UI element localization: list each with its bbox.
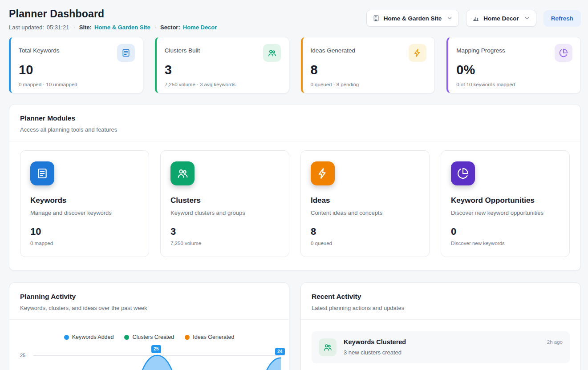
last-updated-value: 05:31:21 xyxy=(47,24,69,31)
chart-plot-area: 25 24 xyxy=(33,348,280,370)
lightning-icon xyxy=(409,44,426,62)
area-fill xyxy=(33,355,281,370)
chevron-down-icon xyxy=(446,15,453,21)
users-icon xyxy=(263,44,281,62)
page-title: Planner Dashboard xyxy=(9,8,217,20)
module-card-clusters[interactable]: Clusters Keyword clusters and groups 3 7… xyxy=(160,150,289,257)
stat-label: Ideas Generated xyxy=(311,47,356,54)
stat-value: 0% xyxy=(456,63,572,77)
chevron-down-icon xyxy=(524,15,530,21)
bottom-row: Planning Activity Keywords, clusters, an… xyxy=(9,282,581,370)
stat-value: 3 xyxy=(165,63,281,77)
legend-label: Keywords Added xyxy=(72,334,114,340)
activity-title: Keywords Clustered xyxy=(344,338,406,346)
stat-label: Mapping Progress xyxy=(456,47,505,54)
sector-selector-dropdown[interactable]: Home Decor xyxy=(466,10,536,27)
stat-card-mapping-progress: Mapping Progress 0% 0 of 10 keywords map… xyxy=(446,37,581,93)
sector-selector-value: Home Decor xyxy=(483,15,519,22)
legend-label: Ideas Generated xyxy=(193,334,234,340)
stat-card-ideas-generated: Ideas Generated 8 0 queued · 8 pending xyxy=(301,37,435,93)
header: Planner Dashboard Last updated: 05:31:21… xyxy=(9,8,581,31)
module-title: Ideas xyxy=(311,196,419,205)
legend-label: Clusters Created xyxy=(132,334,174,340)
legend-item-ideas-generated: Ideas Generated xyxy=(185,334,234,340)
legend-item-keywords-added: Keywords Added xyxy=(64,334,114,340)
module-caption: 7,250 volume xyxy=(170,241,279,246)
module-value: 10 xyxy=(30,226,139,237)
module-title: Keywords xyxy=(30,196,139,205)
legend-item-clusters-created: Clusters Created xyxy=(124,334,174,340)
planner-dashboard: Planner Dashboard Last updated: 05:31:21… xyxy=(0,0,588,370)
site-selector-dropdown[interactable]: Home & Garden Site xyxy=(366,10,459,27)
stat-value: 8 xyxy=(311,63,427,77)
pie-chart-icon xyxy=(451,161,475,185)
module-description: Content ideas and concepts xyxy=(311,209,419,216)
separator-dot: · xyxy=(154,24,156,31)
site-label: Site: xyxy=(79,24,92,31)
bar-chart-icon xyxy=(472,15,479,22)
stat-caption: 7,250 volume · 3 avg keywords xyxy=(165,82,281,87)
module-card-ideas[interactable]: Ideas Content ideas and concepts 8 0 que… xyxy=(300,150,430,257)
site-link[interactable]: Home & Garden Site xyxy=(94,24,150,31)
activity-item-keywords-clustered: Keywords Clustered 3 new clusters create… xyxy=(312,331,570,363)
meta-row: Last updated: 05:31:21 · Site: Home & Ga… xyxy=(9,24,217,31)
module-value: 3 xyxy=(170,226,279,237)
stats-row: Total Keywords 10 0 mapped · 10 unmapped… xyxy=(9,37,581,93)
point-label-badge: 25 xyxy=(151,345,161,353)
module-value: 8 xyxy=(311,226,419,237)
modules-title: Planner Modules xyxy=(20,114,570,122)
stat-caption: 0 mapped · 10 unmapped xyxy=(19,82,135,87)
lightning-icon xyxy=(311,161,335,185)
chart-legend: Keywords Added Clusters Created Ideas Ge… xyxy=(18,334,280,340)
header-left: Planner Dashboard Last updated: 05:31:21… xyxy=(9,8,217,31)
stat-value: 10 xyxy=(19,63,135,77)
sector-link[interactable]: Home Decor xyxy=(183,24,217,31)
recent-activity-title: Recent Activity xyxy=(312,293,570,301)
legend-dot-blue xyxy=(64,335,69,340)
refresh-button[interactable]: Refresh xyxy=(543,10,581,27)
header-controls: Home & Garden Site Home Decor Refresh xyxy=(366,10,581,27)
module-description: Keyword clusters and groups xyxy=(170,209,279,216)
separator-dot: · xyxy=(73,24,75,31)
module-title: Keyword Opportunities xyxy=(451,196,560,205)
last-updated-label: Last updated: xyxy=(9,24,44,31)
stat-caption: 0 queued · 8 pending xyxy=(311,82,427,87)
building-icon xyxy=(373,15,380,22)
stat-caption: 0 of 10 keywords mapped xyxy=(456,82,572,87)
planning-activity-title: Planning Activity xyxy=(20,293,278,301)
module-value: 0 xyxy=(451,226,560,237)
sector-label: Sector: xyxy=(160,24,180,31)
users-icon xyxy=(170,161,195,185)
planning-activity-panel: Planning Activity Keywords, clusters, an… xyxy=(9,282,289,370)
chart-plot: 25 25 24 xyxy=(18,348,280,370)
recent-activity-subtitle: Latest planning actions and updates xyxy=(312,305,570,311)
module-title: Clusters xyxy=(170,196,279,205)
pie-chart-icon xyxy=(555,44,572,62)
activity-description: 3 new clusters created xyxy=(344,349,406,356)
users-icon xyxy=(319,338,337,356)
module-card-keywords[interactable]: Keywords Manage and discover keywords 10… xyxy=(20,150,149,257)
activity-time: 2h ago xyxy=(547,338,563,345)
planning-activity-subtitle: Keywords, clusters, and ideas over the p… xyxy=(20,305,278,311)
module-card-keyword-opportunities[interactable]: Keyword Opportunities Discover new keywo… xyxy=(441,150,570,257)
recent-activity-panel: Recent Activity Latest planning actions … xyxy=(300,282,581,370)
stat-label: Clusters Built xyxy=(165,47,200,54)
point-label-badge: 24 xyxy=(275,348,285,356)
planner-modules-panel: Planner Modules Access all planning tool… xyxy=(9,104,581,271)
y-axis-tick: 25 xyxy=(20,353,25,358)
activity-list: Keywords Clustered 3 new clusters create… xyxy=(301,319,580,370)
module-description: Manage and discover keywords xyxy=(30,209,139,216)
planning-activity-chart: Keywords Added Clusters Created Ideas Ge… xyxy=(9,319,289,370)
stat-card-clusters-built: Clusters Built 3 7,250 volume · 3 avg ke… xyxy=(155,37,289,93)
module-caption: 0 queued xyxy=(311,241,419,246)
stat-card-total-keywords: Total Keywords 10 0 mapped · 10 unmapped xyxy=(9,37,143,93)
legend-dot-orange xyxy=(185,335,190,340)
module-caption: Discover new keywords xyxy=(451,241,560,246)
module-caption: 0 mapped xyxy=(30,241,139,246)
module-description: Discover new keyword opportunities xyxy=(451,209,560,216)
stat-label: Total Keywords xyxy=(19,47,60,54)
legend-dot-green xyxy=(124,335,129,340)
site-selector-value: Home & Garden Site xyxy=(384,15,442,22)
document-icon xyxy=(117,44,135,62)
document-icon xyxy=(30,161,54,185)
